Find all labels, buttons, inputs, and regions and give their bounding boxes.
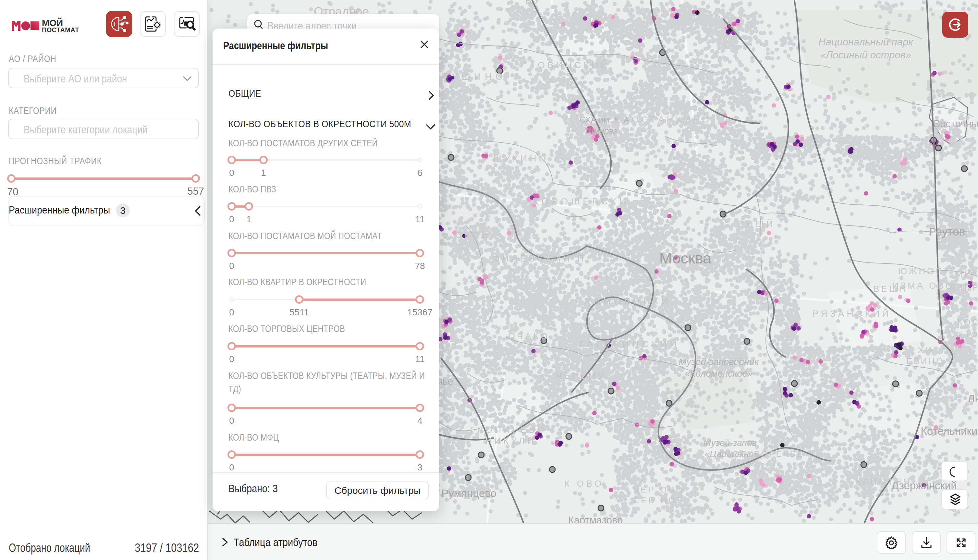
svg-text:ЕБИНО: ЕБИНО	[906, 356, 944, 366]
svg-text:ХТО: ХТО	[957, 330, 978, 339]
svg-text:МИК: МИК	[955, 269, 978, 279]
svg-text:ОСТАНКИНО: ОСТАНКИНО	[632, 115, 712, 125]
svg-text:К ОВО: К ОВО	[564, 479, 604, 488]
svg-text:Музей-заповедник: Музей-заповедник	[678, 357, 759, 367]
svg-text:СЕВ НОЕ: СЕВ НОЕ	[633, 495, 684, 505]
svg-text:ФИЛЁВСКИЙ П: ФИЛЁВСКИЙ П	[493, 253, 586, 263]
svg-text:чье: чье	[437, 376, 453, 387]
svg-text:ПОСТАМАТ: ПОСТАМАТ	[42, 26, 79, 33]
svg-text:«Коломенское»: «Коломенское»	[685, 368, 753, 378]
svg-text:Реутов: Реутов	[929, 225, 965, 238]
svg-text:ЩУКИНО: ЩУКИНО	[493, 153, 548, 163]
svg-text:ОВИНСКИЙ: ОВИНСКИЙ	[538, 60, 610, 70]
svg-text:Москва: Москва	[659, 250, 711, 267]
svg-text:НИКУЛИ: НИКУЛИ	[485, 436, 536, 446]
svg-text:Румянцево: Румянцево	[441, 487, 496, 499]
svg-text:ГАГАРИНСКИЙ: ГАГАРИНСКИЙ	[579, 339, 680, 349]
svg-text:РЯЗАНСКИЙ: РЯЗАНСКИЙ	[813, 308, 891, 318]
svg-text:ХИ: ХИ	[918, 345, 933, 355]
svg-text:ХАМОВНИКИ: ХАМОВНИКИ	[585, 296, 671, 306]
svg-text:ВЕШН: ВЕШН	[873, 284, 907, 294]
svg-text:Картмазово: Картмазово	[568, 515, 623, 523]
svg-text:Музей-запов: Музей-запов	[703, 438, 757, 448]
svg-text:МОСКВОРЕЧЬЕ: МОСКВОРЕЧЬЕ	[724, 449, 804, 458]
svg-text:Любе: Любе	[968, 392, 978, 405]
svg-text:КОС: КОС	[958, 317, 978, 327]
svg-text:ДЗЕРЖ: ДЗЕРЖ	[949, 283, 978, 292]
svg-text:ЮЖНОЕ: ЮЖНОЕ	[898, 267, 944, 276]
svg-text:ТУШИНО: ТУШИНО	[442, 72, 506, 82]
svg-text:«Лосиный остров»: «Лосиный остров»	[820, 49, 911, 61]
svg-text:БУ: БУ	[525, 0, 542, 6]
svg-text:СХА им. К. А: СХА им. К. А	[580, 115, 630, 125]
svg-text:Котельники: Котельники	[921, 425, 978, 437]
svg-text:НЫЙ: НЫЙ	[746, 219, 775, 229]
svg-text:ХОРОШЁВСКИ: ХОРОШЁВСКИ	[533, 196, 629, 207]
svg-text:ЧЕР ОВО: ЧЕР ОВО	[633, 485, 684, 495]
svg-text:СКОЕ: СКОЕ	[455, 230, 490, 240]
svg-text:ТРОПАРЕВО: ТРОПАРЕВО	[469, 425, 546, 435]
svg-text:ЧЕРЁМУ: ЧЕРЁМУ	[556, 371, 606, 381]
svg-text:ОЧАКО: ОЧАКО	[508, 331, 550, 341]
svg-text:Национальный парк: Национальный парк	[818, 36, 913, 48]
svg-text:Восточный: Восточный	[933, 118, 978, 130]
svg-text:Тимиряз: Тимиряз	[584, 126, 617, 136]
svg-text:КАПОТНЯ: КАПОТНЯ	[856, 477, 911, 487]
